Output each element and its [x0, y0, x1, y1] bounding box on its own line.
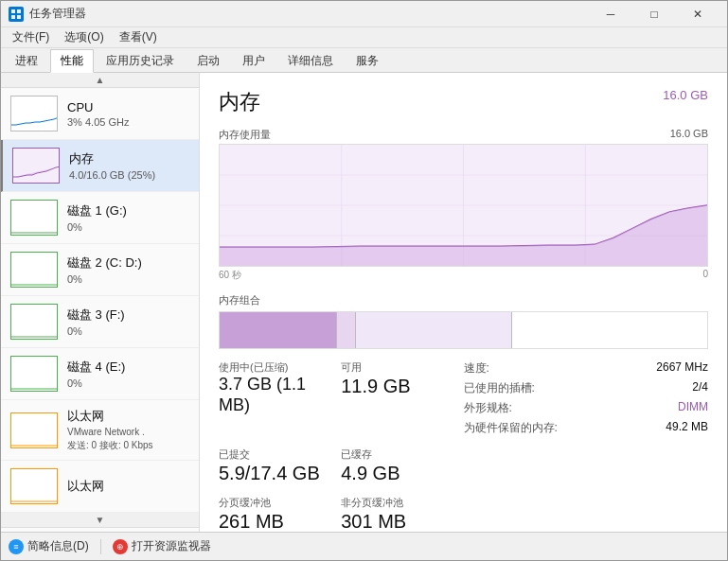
sidebar-item-net1[interactable]: 以太网 VMware Network . 发送: 0 接收: 0 Kbps	[1, 400, 199, 461]
menu-view[interactable]: 查看(V)	[112, 27, 165, 47]
comp-inuse	[220, 312, 337, 348]
sidebar-item-net2[interactable]: 以太网	[1, 461, 199, 513]
total-value: 16.0 GB	[663, 88, 708, 102]
disk1-sub: 0%	[67, 221, 189, 233]
app-icon	[9, 7, 24, 22]
sidebar: ▲ CPU 3% 4.05 GHz	[1, 73, 200, 532]
stat-cached: 已缓存 4.9 GB	[341, 447, 463, 484]
disk3-info: 磁盘 3 (F:) 0%	[67, 307, 189, 337]
disk4-sub: 0%	[67, 377, 189, 389]
minimize-button[interactable]: ─	[589, 1, 632, 27]
stat-form-row: 外形规格: DIMM	[464, 400, 709, 416]
mem-thumbnail	[12, 148, 60, 184]
stat-nonpage-pool-label: 非分页缓冲池	[341, 496, 463, 510]
net2-name: 以太网	[67, 478, 189, 495]
cpu-thumbnail	[10, 96, 58, 131]
svg-rect-0	[11, 9, 15, 13]
disk1-info: 磁盘 1 (G:) 0%	[67, 202, 189, 233]
close-button[interactable]: ✕	[676, 1, 719, 27]
composition-label: 内存组合	[219, 293, 708, 307]
chart-time-labels: 60 秒 0	[219, 269, 708, 282]
monitor-icon: ⊕	[113, 539, 128, 554]
stat-right-top: 速度: 2667 MHz 已使用的插槽: 2/4 外形规格: DIMM 为硬件保…	[464, 360, 709, 436]
stat-available-value: 11.9 GB	[341, 375, 463, 397]
tab-services[interactable]: 服务	[346, 49, 389, 72]
sidebar-item-disk2[interactable]: 磁盘 2 (C: D:) 0%	[1, 244, 199, 296]
content-area: ▲ CPU 3% 4.05 GHz	[1, 73, 727, 532]
stat-nonpage-pool: 非分页缓冲池 301 MB	[341, 496, 463, 532]
tab-users[interactable]: 用户	[232, 49, 275, 72]
sidebar-item-memory[interactable]: 内存 4.0/16.0 GB (25%)	[1, 140, 199, 192]
disk2-sub: 0%	[67, 273, 189, 285]
sidebar-scroll-up[interactable]: ▲	[1, 73, 199, 88]
usage-max: 16.0 GB	[670, 128, 708, 142]
net1-info: 以太网 VMware Network . 发送: 0 接收: 0 Kbps	[67, 408, 189, 452]
net1-sub3: 发送: 0 接收: 0 Kbps	[67, 439, 189, 452]
stats-grid: 使用中(已压缩) 3.7 GB (1.1 MB) 可用 11.9 GB 速度: …	[219, 360, 708, 532]
usage-chart	[219, 144, 708, 267]
bottom-bar: ≡ 简略信息(D) ⊕ 打开资源监视器	[1, 532, 727, 560]
stat-reserved-label: 为硬件保留的内存:	[464, 420, 558, 436]
monitor-button[interactable]: ⊕ 打开资源监视器	[113, 538, 211, 554]
main-header: 内存 16.0 GB	[219, 88, 708, 116]
stat-cached-value: 4.9 GB	[341, 462, 463, 484]
svg-rect-4	[13, 149, 60, 184]
sidebar-scroll-down[interactable]: ▼	[1, 513, 199, 528]
tab-details[interactable]: 详细信息	[277, 49, 344, 72]
stat-speed-label: 速度:	[464, 360, 489, 377]
title-bar: 任务管理器 ─ □ ✕	[1, 1, 727, 27]
usage-chart-labels: 内存使用量 16.0 GB	[219, 128, 708, 142]
svg-rect-2	[11, 15, 15, 19]
tab-app-history[interactable]: 应用历史记录	[96, 49, 185, 72]
sidebar-item-disk4[interactable]: 磁盘 4 (E:) 0%	[1, 348, 199, 400]
sidebar-item-disk1[interactable]: 磁盘 1 (G:) 0%	[1, 192, 199, 244]
stat-available: 可用 11.9 GB	[341, 360, 463, 436]
svg-rect-3	[17, 15, 21, 19]
cpu-sub: 3% 4.05 GHz	[67, 116, 189, 128]
sidebar-item-disk3[interactable]: 磁盘 3 (F:) 0%	[1, 296, 199, 348]
tab-startup[interactable]: 启动	[186, 49, 230, 72]
monitor-label: 打开资源监视器	[132, 538, 211, 554]
stat-slots-value: 2/4	[692, 380, 708, 396]
composition-bar	[219, 311, 708, 349]
comp-standby	[356, 312, 512, 348]
page-title: 内存	[219, 88, 260, 116]
sidebar-item-cpu[interactable]: CPU 3% 4.05 GHz	[1, 88, 199, 140]
main-panel: 内存 16.0 GB 内存使用量 16.0 GB	[200, 73, 727, 532]
stat-slots-row: 已使用的插槽: 2/4	[464, 380, 709, 396]
stat-inuse-label: 使用中(已压缩)	[219, 360, 341, 375]
net1-thumbnail	[10, 412, 58, 448]
composition-section: 内存组合	[219, 293, 708, 349]
stat-cached-label: 已缓存	[341, 447, 463, 462]
disk2-name: 磁盘 2 (C: D:)	[67, 254, 189, 272]
disk4-info: 磁盘 4 (E:) 0%	[67, 359, 189, 389]
menu-options[interactable]: 选项(O)	[57, 27, 111, 47]
stat-reserved-value: 49.2 MB	[666, 420, 708, 436]
disk2-thumbnail	[10, 252, 58, 288]
net1-name: 以太网	[67, 408, 189, 425]
stat-inuse-value: 3.7 GB (1.1 MB)	[219, 375, 341, 415]
disk1-name: 磁盘 1 (G:)	[67, 202, 189, 219]
stat-form-label: 外形规格:	[464, 400, 512, 416]
tab-performance[interactable]: 性能	[50, 49, 94, 73]
comp-free	[512, 312, 707, 348]
cpu-name: CPU	[67, 100, 189, 114]
stat-speed-value: 2667 MHz	[656, 360, 708, 377]
disk4-name: 磁盘 4 (E:)	[67, 359, 189, 376]
bottom-divider	[100, 539, 101, 554]
stat-committed: 已提交 5.9/17.4 GB	[219, 447, 341, 484]
stat-slots-label: 已使用的插槽:	[464, 380, 535, 396]
stat-inuse: 使用中(已压缩) 3.7 GB (1.1 MB)	[219, 360, 341, 436]
stat-speed-row: 速度: 2667 MHz	[464, 360, 709, 377]
net2-info: 以太网	[67, 478, 189, 495]
summary-button[interactable]: ≡ 简略信息(D)	[9, 538, 89, 554]
time-right: 0	[702, 269, 708, 282]
menu-file[interactable]: 文件(F)	[5, 27, 57, 47]
maximize-button[interactable]: □	[632, 1, 676, 27]
stat-available-label: 可用	[341, 360, 463, 375]
stat-nonpage-pool-value: 301 MB	[341, 510, 463, 532]
disk3-sub: 0%	[67, 325, 189, 337]
tab-process[interactable]: 进程	[5, 49, 48, 72]
stat-page-pool: 分页缓冲池 261 MB	[219, 496, 341, 532]
disk1-thumbnail	[10, 200, 58, 236]
